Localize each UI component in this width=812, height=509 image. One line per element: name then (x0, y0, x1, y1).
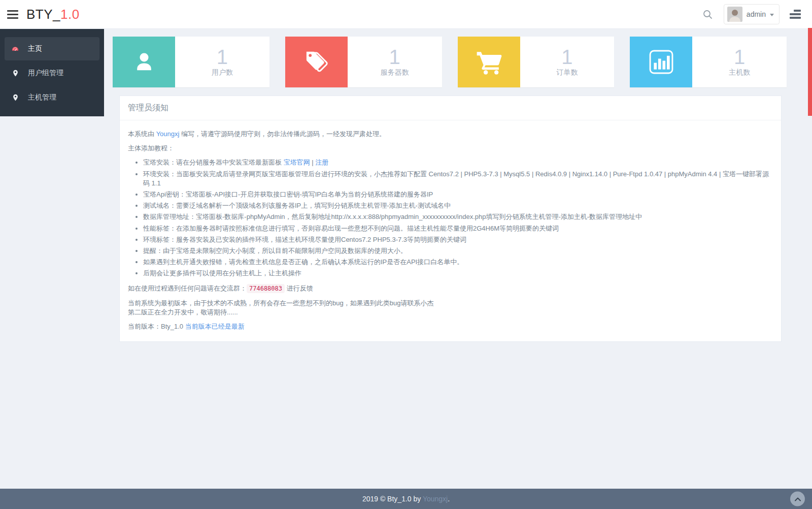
stat-value: 1 (734, 47, 745, 67)
stat-card-users: 1 用户数 (113, 37, 269, 87)
topbar: BTY_1.0 admin (0, 0, 812, 29)
list-item: 环境安装：当面板安装完成后请登录网页版宝塔面板管理后台进行环境的安装，小杰推荐如… (143, 170, 773, 188)
panel-body: 本系统由 Youngxj 编写，请遵守源码使用守则，勿非法传播此源码，一经发现严… (120, 120, 781, 341)
current-version-line: 当前版本：Bty_1.0 当前版本已经是最新 (128, 322, 773, 331)
item-text: | (310, 158, 316, 166)
footer-text: 2019 © Bty_1.0 by Youngxj. (362, 495, 450, 503)
panel-toggle-icon[interactable] (789, 10, 801, 19)
sidebar-item-label: 主机管理 (28, 93, 56, 102)
qq-feedback-line: 如在使用过程遇到任何问题请在交流群：774688083 进行反馈 (128, 284, 773, 293)
tags-icon (285, 37, 348, 87)
list-item: 提醒：由于宝塔是未限制空间大小制度，所以目前不能限制用户空间及数据库的使用大小。 (143, 246, 773, 256)
tutorial-list: 宝塔安装：请在分销服务器中安装宝塔最新面板 宝塔官网 | 注册 环境安装：当面板… (128, 158, 773, 278)
logo-version: 1.0 (60, 7, 80, 22)
author-link[interactable]: Youngxj (156, 130, 180, 138)
stat-card-orders: 1 订单数 (458, 37, 615, 87)
stat-value: 1 (217, 47, 228, 67)
list-item: 环境标签：服务器安装及已安装的插件环境，描述主机环境尽量使用Centos7.2 … (143, 235, 773, 244)
list-item: 性能标签：在添加服务器时请按照标准信息进行填写，否则容易出现一些意想不到的问题。… (143, 224, 773, 233)
stat-card-hosts: 1 主机数 (630, 37, 787, 87)
chevron-down-icon (770, 14, 774, 16)
version-check-link[interactable]: 当前版本已经是最新 (185, 323, 245, 330)
topbar-left: BTY_1.0 (7, 7, 80, 22)
sidebar-item-label: 用户组管理 (28, 69, 63, 78)
admin-notice-panel: 管理员须知 本系统由 Youngxj 编写，请遵守源码使用守则，勿非法传播此源码… (119, 96, 782, 342)
main-content: 1 用户数 1 服务器数 (104, 29, 812, 489)
scroll-to-top-button[interactable] (790, 492, 805, 506)
list-item: 数据库管理地址：宝塔面板-数据库-phpMyAdmin，然后复制地址http:/… (143, 212, 773, 221)
stat-value: 1 (389, 47, 400, 67)
tutorial-heading: 主体添加教程： (128, 144, 773, 153)
stat-card-servers: 1 服务器数 (285, 37, 442, 87)
app-logo[interactable]: BTY_1.0 (26, 7, 80, 22)
stat-body: 1 订单数 (520, 37, 615, 87)
list-item: 后期会让更多插件可以使用在分销主机上，让主机操作 (143, 269, 773, 278)
list-item: 如果遇到主机开通失败报错，请先检查主机信息是否正确，之后确认本系统运行的IP是否… (143, 258, 773, 267)
footer: 2019 © Bty_1.0 by Youngxj. (0, 489, 812, 509)
list-item: 宝塔Api密钥：宝塔面板-API接口-开启并获取接口密钥-填写IP白名单为当前分… (143, 190, 773, 199)
notice-intro: 本系统由 Youngxj 编写，请遵守源码使用守则，勿非法传播此源码，一经发现严… (128, 130, 773, 139)
list-item: 测试域名：需要泛域名解析一个顶级域名到该服务器IP上，填写到分销系统主机管理-添… (143, 201, 773, 210)
stat-label: 用户数 (212, 68, 233, 77)
user-icon (113, 37, 175, 87)
avatar (727, 7, 742, 22)
red-edge-strip (808, 28, 812, 116)
stat-cards-row: 1 用户数 1 服务器数 (113, 37, 787, 87)
stat-label: 订单数 (556, 68, 578, 77)
sidebar-item-label: 主页 (28, 44, 42, 53)
intro-text: 本系统由 (128, 130, 156, 138)
map-marker-icon (11, 69, 20, 78)
qq-group-number: 774688083 (247, 284, 285, 293)
stat-body: 1 用户数 (175, 37, 269, 87)
search-icon[interactable] (701, 8, 715, 21)
stat-body: 1 主机数 (692, 37, 787, 87)
sidebar-item-user-groups[interactable]: 用户组管理 (5, 61, 99, 85)
stat-value: 1 (561, 47, 572, 67)
baota-site-link[interactable]: 宝塔官网 (284, 158, 310, 166)
footer-author-link[interactable]: Youngxj (423, 495, 448, 503)
qq-text: 进行反馈 (285, 284, 313, 292)
stat-label: 服务器数 (381, 68, 409, 77)
sidebar-item-hosts[interactable]: 主机管理 (5, 86, 99, 109)
user-menu[interactable]: admin (724, 4, 780, 24)
panel-title: 管理员须知 (128, 103, 773, 113)
panel-header: 管理员须知 (120, 96, 781, 120)
copyright-text: 2019 © Bty_1.0 by (362, 495, 423, 503)
chevron-up-icon (794, 496, 801, 501)
menu-toggle-icon[interactable] (7, 8, 18, 21)
copyright-text: . (448, 495, 450, 503)
user-name: admin (747, 10, 766, 18)
cart-icon (458, 37, 520, 87)
topbar-right: admin (701, 4, 801, 24)
stat-body: 1 服务器数 (348, 37, 442, 87)
qq-text: 如在使用过程遇到任何问题请在交流群： (128, 284, 247, 292)
register-link[interactable]: 注册 (315, 158, 328, 166)
sidebar: 主页 用户组管理 主机管理 (0, 29, 104, 116)
item-text: 宝塔安装：请在分销服务器中安装宝塔最新面板 (143, 158, 284, 166)
page: BTY_1.0 admin 主页 (0, 0, 812, 509)
list-item: 宝塔安装：请在分销服务器中安装宝塔最新面板 宝塔官网 | 注册 (143, 158, 773, 167)
stat-label: 主机数 (729, 68, 750, 77)
intro-text: 编写，请遵守源码使用守则，勿非法传播此源码，一经发现严肃处理。 (179, 130, 386, 138)
version-note: 当前系统为最初版本，由于技术的不成熟，所有会存在一些意想不到的bug，如果遇到此… (128, 299, 773, 317)
version-note-line: 当前系统为最初版本，由于技术的不成熟，所有会存在一些意想不到的bug，如果遇到此… (128, 299, 433, 307)
version-text: 当前版本：Bty_1.0 (128, 323, 185, 330)
version-note-line: 第二版正在全力开发中，敬请期待...... (128, 308, 238, 316)
sidebar-item-home[interactable]: 主页 (5, 37, 99, 60)
map-marker-icon (11, 93, 20, 102)
logo-prefix: BTY_ (26, 7, 60, 22)
bar-chart-icon (630, 37, 692, 87)
dashboard-icon (11, 44, 20, 53)
